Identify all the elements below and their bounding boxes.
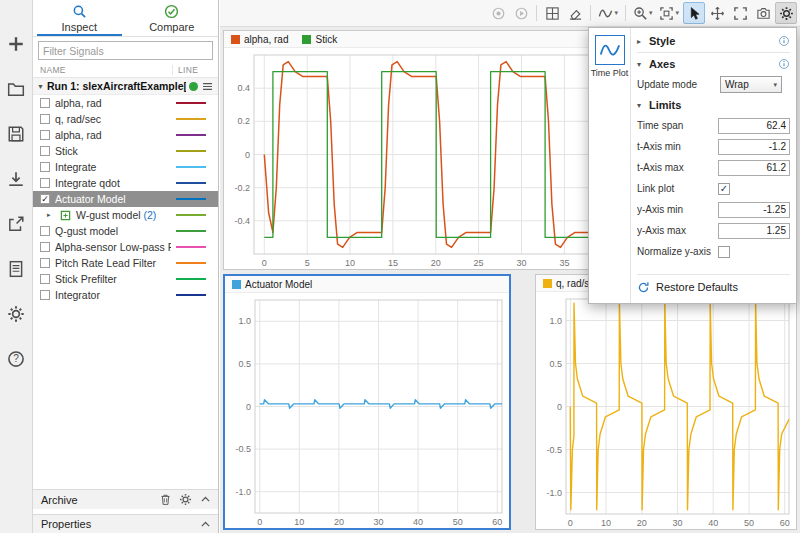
info-icon[interactable] [778,58,790,70]
subsystem-icon [60,210,71,221]
plot-canvas[interactable]: 01020304050601.00.50-0.5-1.0 [536,292,796,529]
signal-name: Stick Prefilter [55,273,171,285]
tab-inspect[interactable]: Inspect [33,0,126,36]
plot-toolbar: ▾▾▾ [220,0,800,27]
update-mode-select[interactable]: Wrap ▾ [720,76,782,93]
new-button[interactable] [6,34,26,54]
field-checkbox[interactable] [718,246,730,258]
time-plot-actuator-model-selected[interactable]: Actuator Model01020304050601.00.50-0.5-1… [223,274,511,530]
field-checkbox[interactable]: ✓ [718,183,730,195]
signal-checkbox[interactable] [40,274,50,284]
pan-button[interactable] [706,2,728,24]
sidebar: Inspect Compare NAME LINE ▼ Run 1: slexA… [33,0,219,533]
field-input[interactable] [718,118,790,134]
signal-row[interactable]: alpha, rad [33,95,218,111]
open-button[interactable] [6,79,26,99]
signal-name: Alpha-sensor Low-pass Filter [55,241,171,253]
svg-text:20: 20 [431,258,441,268]
signal-checkbox[interactable] [40,226,50,236]
chevron-up-icon[interactable] [199,518,212,531]
filter-signals-input[interactable] [38,41,213,60]
signal-row[interactable]: Integrate [33,159,218,175]
expand-icon[interactable]: ▸ [47,211,55,219]
zoom-button[interactable]: ▾ [630,2,656,24]
signal-line-sample [176,166,206,168]
signal-checkbox[interactable] [40,162,50,172]
archive-settings-gear-icon[interactable] [179,493,192,506]
signal-row[interactable]: alpha, rad [33,127,218,143]
chevron-up-icon[interactable] [199,493,212,506]
signal-row[interactable]: Q-gust model [33,223,218,239]
field-label: Time span [637,120,718,131]
toolbar-separator [536,5,537,21]
signal-checkbox[interactable] [40,242,50,252]
archive-bar[interactable]: Archive [33,489,218,509]
signal-display-button[interactable]: ▾ [595,2,621,24]
clear-plots-button[interactable] [564,2,586,24]
svg-text:0: 0 [245,150,250,160]
signal-name: q, rad/sec [55,113,171,125]
playback-button[interactable] [510,2,532,24]
chevron-down-icon: ▾ [637,101,645,110]
properties-bar[interactable]: Properties [33,514,218,533]
signal-line-sample [176,182,206,184]
fit-to-view-button[interactable]: ▾ [656,2,682,24]
axes-section-header[interactable]: ▾ Axes [637,54,790,74]
signal-row[interactable]: Stick Prefilter [33,271,218,287]
record-button[interactable] [487,2,509,24]
signal-checkbox[interactable] [40,130,50,140]
trash-icon[interactable] [159,493,172,506]
visualization-settings-button[interactable] [775,2,797,24]
signal-checkbox[interactable] [40,290,50,300]
pointer-button[interactable] [683,2,705,24]
restore-defaults-button[interactable]: Restore Defaults [637,276,790,298]
style-section-header[interactable]: ▸ Style [637,31,790,51]
plot-canvas[interactable]: 01020304050601.00.50-0.5-1.0 [225,293,509,528]
field-label: Link plot [637,183,718,194]
export-button[interactable] [6,214,26,234]
legend-label: Actuator Model [245,279,312,290]
signal-checkbox[interactable] [40,114,50,124]
limits-section-header[interactable]: ▾ Limits [637,95,790,115]
preferences-button[interactable] [6,304,26,324]
signal-name: Actuator Model [55,193,171,205]
info-icon[interactable] [778,35,790,47]
signal-row[interactable]: q, rad/sec [33,111,218,127]
layout-button[interactable] [541,2,563,24]
signal-row[interactable]: Stick [33,143,218,159]
fullscreen-button[interactable] [729,2,751,24]
refresh-icon [637,281,650,294]
legend-label: alpha, rad [244,34,288,45]
signal-checkbox[interactable] [40,258,50,268]
signal-row[interactable]: ✓Actuator Model [33,191,218,207]
help-button[interactable]: ? [6,349,26,369]
import-button[interactable] [6,169,26,189]
time-plot-visualization-card[interactable] [595,35,625,65]
signal-count-link[interactable]: (2) [141,209,157,221]
signal-row[interactable]: Integrate qdot [33,175,218,191]
save-button[interactable] [6,124,26,144]
tab-compare-label: Compare [149,21,194,33]
signal-checkbox[interactable] [40,146,50,156]
chevron-down-icon[interactable]: ▼ [37,83,44,90]
signal-checkbox[interactable] [40,178,50,188]
signal-checkbox[interactable] [40,98,50,108]
time-plot-q[interactable]: q, rad/sec01020304050601.00.50-0.5-1.0 [535,274,797,530]
run-menu-icon[interactable] [201,80,214,93]
signal-line-sample [176,118,206,120]
signal-row[interactable]: Pitch Rate Lead Filter [33,255,218,271]
field-input[interactable] [718,160,790,176]
run-header[interactable]: ▼ Run 1: slexAircraftExample[Current] [33,78,218,95]
svg-text:?: ? [13,353,19,364]
signal-checkbox[interactable]: ✓ [40,194,50,204]
snapshot-button[interactable] [752,2,774,24]
field-input[interactable] [718,223,790,239]
signal-row[interactable]: ▸W-gust model (2) [33,207,218,223]
visualization-settings-panel: Time Plot ▸ Style ▾ Axes Update mode Wra… [588,27,797,304]
signal-row[interactable]: Integrator [33,287,218,303]
tab-compare[interactable]: Compare [126,0,219,36]
field-input[interactable] [718,139,790,155]
report-button[interactable] [6,259,26,279]
field-input[interactable] [718,202,790,218]
signal-row[interactable]: Alpha-sensor Low-pass Filter [33,239,218,255]
